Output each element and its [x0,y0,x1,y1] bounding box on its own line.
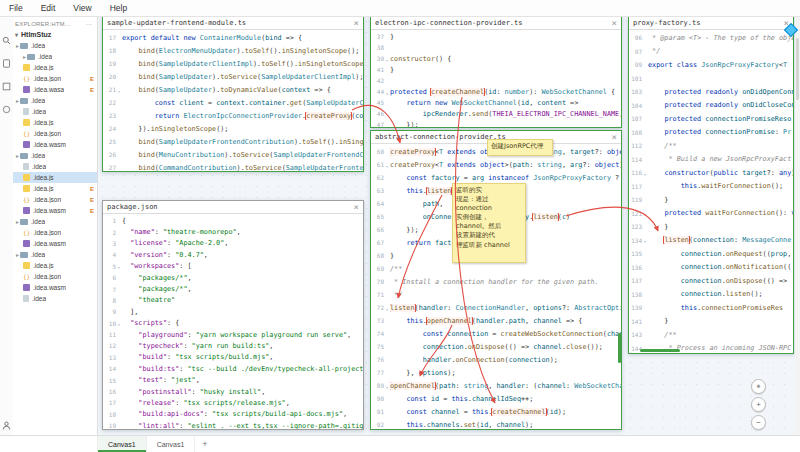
tree-item-idea.json[interactable]: {}.idea.jsonE [13,73,97,84]
linked-token[interactable]: listen [533,213,558,221]
tree-item-idea[interactable]: .idea [13,106,97,117]
account-icon[interactable] [2,421,11,430]
frame-icon[interactable] [2,82,11,91]
tree-item-idea.wasm[interactable]: .idea.wasm [13,139,97,150]
code-token [648,263,681,271]
panel-electron-ipc-connection-provider[interactable]: electron-ipc-connection-provider.ts×37 }… [370,16,622,128]
tree-root[interactable]: ▾ HtlmStuz [13,29,97,40]
add-tab-button[interactable]: + [195,436,214,452]
line-number: 5 [103,263,116,270]
tree-item-idea.json[interactable]: {}.idea.jsonE [13,194,97,205]
code-token: "build:ts" [122,365,179,373]
tree-item-idea.js[interactable]: .idea.jsE [13,183,97,194]
linked-token[interactable]: createChannel [492,408,545,416]
tree-item-idea.wasa[interactable]: .idea.wasaE [13,84,97,95]
panel-title-bar[interactable]: package.json× [103,201,363,214]
code-token: ); [558,408,566,416]
close-icon[interactable]: × [608,133,617,142]
tree-item-idea[interactable]: ▸.idea [13,51,97,62]
code-token: connection [681,290,722,298]
linked-token[interactable]: listen [664,236,689,244]
scrollbar-thumb[interactable] [796,38,799,100]
circle-icon[interactable] [2,105,11,114]
linked-token[interactable]: createProxy [390,148,435,156]
tab-canvas1[interactable]: Canvas1 [147,436,196,452]
tree-item-idea.json[interactable]: {}.idea.json [13,128,97,139]
tree-item-idea.wasm[interactable]: .idea.wasm [13,282,97,293]
menu-help[interactable]: Help [101,3,136,13]
panel-package-json[interactable]: package.json×1 {2 "name": "theatre-monor… [102,200,364,430]
more-actions-icon[interactable]: ⋯ [86,20,95,27]
panel-proxy-factory[interactable]: proxy-factory.ts×96 * @param <T> - The t… [628,16,794,354]
close-icon[interactable]: × [350,203,359,212]
linked-token[interactable]: listen [427,187,452,195]
line-number: 19 [103,422,116,429]
linked-token[interactable]: openChannel [427,317,472,325]
tree-item-idea[interactable]: .idea [13,293,97,304]
tree-item-idea[interactable]: ▸.idea [13,40,97,51]
tree-item-idea[interactable]: ▸.idea [13,216,97,227]
line-number: 91 [371,408,384,415]
code-token: toDynamicValue [220,86,277,94]
code-token [390,317,406,325]
tree-item-idea.js[interactable]: .idea.js [13,117,97,128]
code-token [648,236,664,244]
menu-edit[interactable]: Edit [32,3,65,13]
canvas-scrollbar[interactable] [795,16,800,436]
tree-item-idea[interactable]: .idea [13,161,97,172]
tree-item-idea.wasm[interactable]: .idea.wasmE [13,205,97,216]
code-token: toSelf [245,47,270,55]
code-line: 74 const connection = createWebSocketCon… [371,327,621,340]
code-token: } [648,196,668,204]
code-token: arg [570,161,582,169]
tree-item-idea.wasm[interactable]: .idea.wasm [13,238,97,249]
panel-title-bar[interactable]: proxy-factory.ts× [629,17,793,30]
code-area: 1 {2 "name": "theatre-monorepo",3 "licen… [103,214,363,429]
code-token: { [122,217,126,225]
tree-item-idea.json[interactable]: {}.idea.json [13,271,97,282]
tree-item-idea.js[interactable]: .idea.js [13,260,97,271]
file-icon[interactable] [2,59,11,68]
tree-item-idea.js[interactable]: .idea.js [13,172,97,183]
zoom-out-button[interactable]: − [751,415,766,430]
scrollbar-thumb[interactable] [640,349,680,352]
code-token [648,277,681,285]
scrollbar-thumb[interactable] [618,333,621,363]
code-token: inSingletonScope [298,60,363,68]
explorer-header: EXPLORER:HTM... ⋯ [13,16,97,29]
sticky-note[interactable]: 监听的实 现是：通过 connection 实例创建， channel。然后 设… [452,183,526,263]
linked-token[interactable]: listen [390,304,415,312]
menu-view[interactable]: View [64,3,100,13]
linked-token[interactable]: createProxy [306,112,351,120]
linked-token[interactable]: openChannel [390,382,435,390]
panel-title-bar[interactable]: electron-ipc-connection-provider.ts× [371,17,621,30]
search-icon[interactable] [2,36,11,45]
code-token: : [204,410,212,418]
close-icon[interactable]: × [608,19,617,28]
code-token: }); [390,121,419,128]
tree-item-idea[interactable]: ▸.idea [13,95,97,106]
code-token: ? [611,174,621,182]
close-icon[interactable]: × [350,19,359,28]
tab-canvas1-active[interactable]: Canvas1 [98,436,147,452]
menu-file[interactable]: File [0,3,32,13]
linked-token[interactable]: createChannel [431,88,484,96]
tree-item-idea.json[interactable]: {}.idea.json [13,227,97,238]
tree-item-idea[interactable]: ▸.idea [13,249,97,260]
code-token: this [472,408,488,416]
code-line: 7 "packages/*", [103,283,363,294]
fit-view-button[interactable]: ⌖ [751,379,766,394]
line-number: 62 [371,174,384,181]
code-token: "eslint . --ext ts,tsx --ignore-path=.gi… [187,422,363,429]
sticky-note[interactable]: 创建JsonRPC代理 [487,139,553,156]
code-token: object [607,148,621,156]
tree-item-idea.js[interactable]: .idea.js [13,62,97,73]
tree-item-idea[interactable]: ▸.idea [13,150,97,161]
panel-sample-updater-frontend-module[interactable]: sample-updater-frontend-module.ts×17 exp… [102,16,364,172]
line-number: 77 [371,369,384,376]
js-icon [23,262,30,269]
zoom-in-button[interactable]: + [751,397,766,412]
code-token: ?: [595,148,607,156]
panel-title-bar[interactable]: sample-updater-frontend-module.ts× [103,17,363,30]
panel-abstract-connection-provider[interactable]: abstract-connection-provider.ts×60 creat… [370,130,622,430]
